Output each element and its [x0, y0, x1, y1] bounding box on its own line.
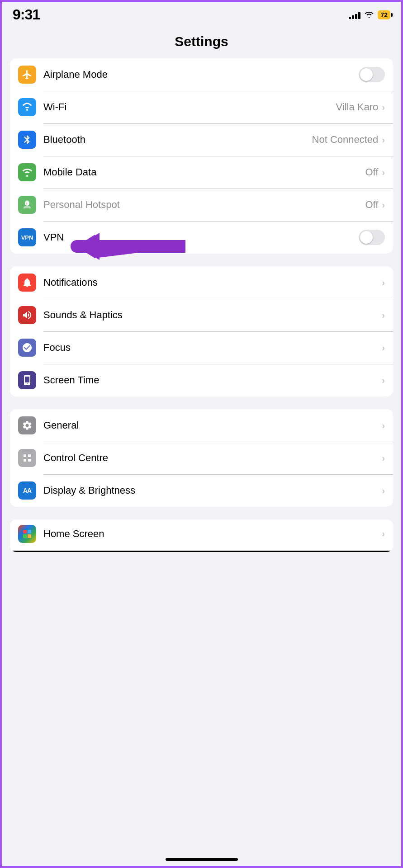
personal-hotspot-row[interactable]: Personal Hotspot Off ›	[10, 189, 393, 221]
home-screen-icon	[18, 525, 36, 543]
display-icon: AA	[18, 481, 36, 500]
bluetooth-row[interactable]: Bluetooth Not Connected ›	[10, 123, 393, 156]
control-centre-label: Control Centre	[43, 452, 382, 464]
notifications-label: Notifications	[43, 277, 382, 288]
mobile-data-icon	[18, 163, 36, 181]
bluetooth-chevron: ›	[382, 135, 385, 145]
notifications-chevron: ›	[382, 278, 385, 288]
notifications-row[interactable]: Notifications ›	[10, 266, 393, 299]
bluetooth-value: Not Connected	[312, 134, 379, 146]
focus-icon	[18, 339, 36, 357]
svg-rect-3	[24, 454, 26, 457]
battery-level: 72	[380, 11, 388, 19]
display-label: Display & Brightness	[43, 485, 382, 496]
hotspot-value: Off	[365, 199, 378, 211]
bluetooth-label: Bluetooth	[43, 134, 312, 146]
general-icon	[18, 416, 36, 434]
screen-time-label: Screen Time	[43, 374, 382, 386]
vpn-row[interactable]: VPN VPN	[10, 221, 393, 254]
airplane-mode-label: Airplane Mode	[43, 69, 359, 80]
svg-rect-4	[28, 454, 31, 457]
connectivity-group: Airplane Mode Wi-Fi Villa Karo › Bluetoo…	[10, 58, 393, 254]
sounds-chevron: ›	[382, 310, 385, 321]
general-chevron: ›	[382, 420, 385, 431]
wifi-value: Villa Karo	[336, 101, 379, 113]
home-screen-chevron: ›	[382, 528, 385, 539]
airplane-mode-icon	[18, 66, 36, 84]
vpn-label: VPN	[43, 231, 359, 243]
wifi-chevron: ›	[382, 102, 385, 113]
airplane-mode-row[interactable]: Airplane Mode	[10, 58, 393, 91]
display-chevron: ›	[382, 486, 385, 496]
svg-rect-8	[28, 530, 31, 533]
display-brightness-row[interactable]: AA Display & Brightness ›	[10, 474, 393, 507]
sounds-label: Sounds & Haptics	[43, 309, 382, 321]
screen-time-row[interactable]: Screen Time ›	[10, 364, 393, 396]
home-screen-row[interactable]: Home Screen ›	[10, 519, 393, 552]
bluetooth-icon	[18, 131, 36, 149]
mobile-data-chevron: ›	[382, 167, 385, 178]
page-title: Settings	[0, 27, 403, 58]
status-icons: 72	[349, 10, 390, 19]
vpn-icon: VPN	[18, 228, 36, 246]
screen-time-icon	[18, 371, 36, 389]
hotspot-label: Personal Hotspot	[43, 199, 365, 211]
svg-rect-5	[24, 459, 26, 462]
svg-rect-6	[28, 459, 31, 462]
notifications-group: Notifications › Sounds & Haptics › Focus…	[10, 266, 393, 396]
hotspot-chevron: ›	[382, 200, 385, 210]
status-bar: 9:31 72	[0, 0, 403, 27]
mobile-data-value: Off	[365, 166, 378, 178]
focus-chevron: ›	[382, 343, 385, 353]
svg-rect-10	[28, 534, 31, 538]
home-screen-partial-group: Home Screen ›	[10, 519, 393, 552]
screen-time-chevron: ›	[382, 375, 385, 386]
signal-icon	[349, 11, 360, 19]
mobile-data-label: Mobile Data	[43, 166, 365, 178]
battery-icon: 72	[378, 10, 390, 19]
vpn-toggle[interactable]	[359, 230, 385, 245]
status-time: 9:31	[13, 6, 40, 23]
notifications-icon	[18, 274, 36, 292]
wifi-label: Wi-Fi	[43, 101, 336, 113]
control-centre-chevron: ›	[382, 453, 385, 463]
wifi-icon	[18, 98, 36, 116]
svg-rect-7	[23, 530, 27, 533]
wifi-row[interactable]: Wi-Fi Villa Karo ›	[10, 91, 393, 123]
mobile-data-row[interactable]: Mobile Data Off ›	[10, 156, 393, 189]
sounds-haptics-row[interactable]: Sounds & Haptics ›	[10, 299, 393, 331]
sounds-icon	[18, 306, 36, 324]
svg-rect-9	[23, 534, 27, 538]
airplane-mode-toggle[interactable]	[359, 67, 385, 82]
home-indicator	[166, 858, 238, 861]
general-label: General	[43, 420, 382, 431]
control-centre-icon	[18, 449, 36, 467]
control-centre-row[interactable]: Control Centre ›	[10, 442, 393, 474]
general-row[interactable]: General ›	[10, 409, 393, 442]
focus-row[interactable]: Focus ›	[10, 331, 393, 364]
wifi-status-icon	[364, 11, 374, 19]
home-screen-label: Home Screen	[43, 528, 382, 540]
hotspot-icon	[18, 196, 36, 214]
focus-label: Focus	[43, 342, 382, 354]
display-group: General › Control Centre › AA Display & …	[10, 409, 393, 507]
